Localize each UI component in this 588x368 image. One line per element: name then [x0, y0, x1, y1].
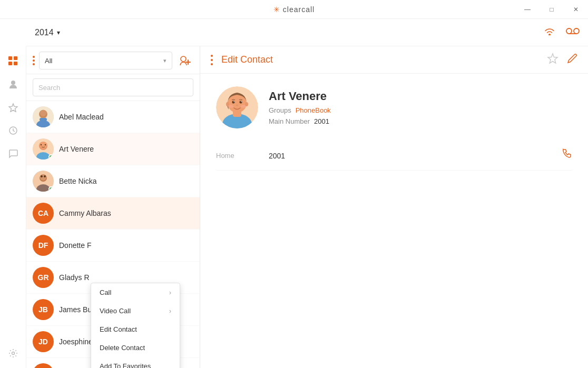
contacts-nav-button[interactable] [4, 75, 23, 94]
favorites-nav-button[interactable] [4, 98, 23, 117]
main-number-value: 2001 [314, 117, 329, 125]
search-input[interactable] [33, 78, 193, 96]
context-menu-edit[interactable]: Edit Contact [91, 320, 180, 339]
minimize-button[interactable]: — [515, 0, 540, 19]
svg-point-2 [574, 28, 579, 34]
avatar-initials: JD [38, 337, 48, 346]
context-menu-video-call[interactable]: Video Call › [91, 302, 180, 320]
settings-nav-button[interactable] [4, 344, 23, 363]
history-nav-button[interactable] [4, 121, 23, 140]
context-menu-delete[interactable]: Delete Contact [91, 339, 180, 357]
filter-dropdown[interactable]: All ▾ [39, 52, 172, 69]
svg-point-12 [181, 56, 186, 62]
field-value: 2001 [269, 152, 550, 160]
options-button[interactable] [33, 56, 35, 65]
icon-sidebar [0, 46, 26, 368]
filter-selected: All [45, 57, 52, 65]
online-indicator [48, 154, 54, 160]
search-wrapper [26, 74, 200, 101]
svg-point-42 [233, 101, 234, 102]
main-layout: 2014 ▾ [0, 19, 588, 368]
avatar-initials: CA [38, 209, 48, 217]
add-favorites-label: Add To Favorites [100, 362, 151, 368]
svg-rect-5 [14, 56, 17, 60]
avatar: KM [33, 363, 54, 368]
context-menu-call[interactable]: Call › [91, 283, 180, 302]
contact-name: Bette Nicka [59, 177, 193, 185]
call-button[interactable] [561, 148, 572, 163]
svg-point-43 [241, 101, 242, 102]
avatar-initials: JB [38, 305, 48, 314]
chat-nav-button[interactable] [4, 144, 23, 163]
edit-button[interactable] [567, 53, 577, 66]
app-title: clearcall [283, 5, 315, 14]
contact-main-number: Main Number 2001 [269, 117, 331, 125]
svg-point-32 [44, 175, 46, 177]
contact-fields: Home 2001 [216, 141, 572, 171]
maximize-button[interactable]: □ [540, 0, 564, 19]
contact-list[interactable]: Abel Maclead Ar [26, 101, 200, 368]
svg-point-19 [40, 110, 47, 117]
avatar: CA [33, 203, 54, 224]
voicemail-icon[interactable] [566, 27, 580, 38]
contact-name: Gladys R [59, 273, 193, 282]
app-logo: ✳ clearcall [273, 5, 315, 14]
svg-rect-7 [14, 62, 17, 65]
context-menu-favorites[interactable]: Add To Favorites [91, 357, 180, 368]
edit-contact-label: Edit Contact [100, 325, 137, 333]
svg-point-11 [12, 352, 14, 355]
contact-full-name: Art Venere [269, 89, 331, 103]
context-menu: Call › Video Call › Edit Contact Delete … [91, 283, 180, 368]
logo-symbol: ✳ [273, 5, 280, 14]
chevron-down-icon: ▾ [57, 29, 60, 36]
more-dot [211, 63, 213, 65]
page-title: Edit Contact [221, 54, 273, 65]
online-indicator [48, 186, 54, 192]
close-button[interactable]: ✕ [564, 0, 588, 19]
chevron-down-icon: ▾ [163, 57, 166, 64]
svg-rect-20 [40, 118, 47, 121]
content-panel: Edit Contact [200, 46, 588, 368]
contact-item[interactable]: CA Cammy Albaras [26, 197, 200, 230]
svg-marker-9 [9, 104, 17, 112]
chevron-right-icon: › [169, 289, 171, 296]
avatar-initials: GR [38, 273, 49, 282]
svg-point-8 [11, 81, 15, 85]
header-actions [547, 53, 577, 67]
year-selector[interactable]: 2014 ▾ [35, 28, 60, 37]
filter-select-wrapper: All ▾ [39, 52, 172, 69]
contact-item[interactable]: Abel Maclead [26, 101, 200, 133]
delete-contact-label: Delete Contact [100, 344, 145, 352]
grid-nav-button[interactable] [4, 52, 23, 71]
contact-name: Abel Maclead [59, 113, 193, 121]
svg-point-46 [241, 105, 246, 108]
star-button[interactable] [547, 53, 558, 67]
contact-info-main: Art Venere Groups PhoneBook Main Number … [269, 89, 331, 125]
svg-point-31 [41, 175, 43, 177]
contact-item[interactable]: Art Venere [26, 133, 200, 165]
contact-avatar-large [216, 86, 258, 128]
contact-item[interactable]: Bette Nicka [26, 165, 200, 197]
svg-rect-4 [8, 56, 12, 60]
more-options-button[interactable] [211, 55, 213, 65]
svg-point-30 [40, 174, 46, 181]
contact-name: Art Venere [59, 145, 193, 153]
titlebar: ✳ clearcall — □ ✕ [0, 0, 588, 19]
svg-point-1 [566, 28, 572, 34]
svg-marker-33 [548, 54, 557, 63]
svg-point-0 [548, 34, 551, 35]
contact-name: Donette F [59, 241, 193, 250]
content-header: Edit Contact [200, 46, 588, 74]
options-dot [33, 63, 35, 65]
svg-point-45 [228, 105, 233, 108]
wifi-icon[interactable] [544, 27, 555, 38]
window-controls: — □ ✕ [515, 0, 588, 18]
top-bar-actions [544, 27, 580, 38]
field-label: Home [216, 152, 258, 160]
avatar [33, 106, 54, 127]
avatar [33, 138, 54, 160]
contact-item[interactable]: DF Donette F [26, 230, 200, 262]
contact-name: Cammy Albaras [59, 209, 193, 217]
call-label: Call [100, 289, 111, 296]
add-contact-button[interactable] [177, 52, 193, 69]
